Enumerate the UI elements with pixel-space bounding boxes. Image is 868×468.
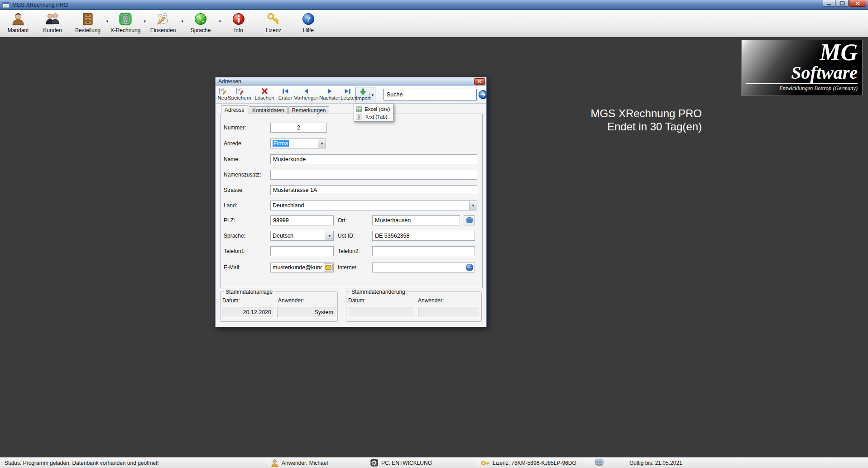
envelope-icon [325, 265, 332, 270]
gueltig-status: Gültig bis: 21.05.2021 [629, 460, 682, 466]
erster-button[interactable]: Erster [277, 87, 293, 102]
loeschen-button[interactable]: Löschen [254, 87, 274, 102]
plz-input[interactable] [270, 215, 334, 225]
menu-item-excel-csv[interactable]: Excel (csv) [355, 105, 393, 113]
ort-input[interactable] [372, 215, 460, 225]
land-select[interactable]: Deutschland ▼ [270, 201, 477, 210]
bestellung-cabinet-icon [81, 12, 95, 26]
speichern-button[interactable]: Speichern [228, 87, 251, 102]
form-row-name: Name: [221, 154, 482, 165]
toolbar-kunden-button[interactable]: Kunden [34, 11, 72, 36]
minimize-button[interactable] [823, 0, 835, 7]
previous-record-icon [293, 87, 319, 95]
anlage-datum-label: Datum: [222, 297, 240, 304]
groupbox-title: Stammdatenänderung [350, 289, 407, 295]
toolbar-sprache-button[interactable]: Sprache ▾ [182, 11, 220, 36]
naechster-button[interactable]: Nächster [319, 87, 340, 102]
tab-kontaktdaten[interactable]: Kontaktdaten [249, 106, 288, 114]
internet-label: Internet: [338, 264, 358, 271]
import-button[interactable]: Import ▼ [355, 87, 375, 102]
toolbar-bestellung-button[interactable]: Bestellung ▾ [69, 11, 107, 36]
aenderung-anwender-label: Anwender: [418, 297, 444, 304]
name-label: Name: [224, 156, 240, 162]
logo-software-text: Software [746, 64, 858, 82]
nummer-input[interactable] [270, 123, 327, 133]
anlage-datum-field: 20.12.2020 [222, 307, 275, 318]
close-button[interactable] [849, 0, 866, 7]
strasse-input[interactable] [270, 185, 477, 195]
last-record-icon [340, 87, 354, 95]
strasse-label: Strasse: [224, 187, 244, 193]
plz-label: PLZ: [224, 217, 235, 224]
ustid-input[interactable] [372, 231, 475, 241]
statusbar-separator [590, 459, 590, 467]
dialog-close-button[interactable] [474, 78, 485, 85]
toolbar-info-button[interactable]: Info [220, 11, 258, 36]
next-record-icon [319, 87, 340, 95]
statusbar: Status: Programm geladen, Datenbank vorh… [0, 457, 868, 468]
email-input[interactable] [271, 264, 324, 271]
gear-icon [370, 459, 378, 468]
loeschen-label: Löschen [254, 95, 274, 100]
toolbar-mandant-button[interactable]: Mandant [0, 11, 37, 36]
toolbar-label: Sprache [182, 27, 220, 33]
aenderung-datum-field [348, 307, 413, 318]
internet-input[interactable] [373, 264, 465, 271]
maximize-button[interactable] [836, 0, 849, 7]
form-row-namenszusatz: Namenszusatz: [221, 170, 482, 181]
telefon1-input[interactable] [270, 246, 334, 256]
window-titlebar: MGS XRechnung PRO [0, 0, 868, 10]
namenszusatz-input[interactable] [270, 170, 477, 180]
dialog-titlebar[interactable]: Adressen [216, 77, 486, 86]
sprache-globe-icon [193, 12, 208, 26]
combo-dropdown-icon[interactable]: ▼ [469, 201, 477, 210]
toolbar-label: Hilfe [289, 27, 327, 33]
combo-dropdown-icon[interactable]: ▼ [318, 139, 326, 148]
combo-dropdown-icon[interactable]: ▼ [326, 231, 333, 240]
statusbar-separator [478, 459, 479, 467]
tab-adresse[interactable]: Adresse [221, 105, 248, 114]
toolbar-hilfe-button[interactable]: ? Hilfe [289, 11, 327, 36]
window-controls [823, 0, 866, 7]
dialog-title: Adressen [218, 78, 241, 85]
einsenden-note-icon [156, 12, 170, 26]
ustid-label: Ust-ID: [338, 233, 355, 239]
internet-globe-button[interactable] [465, 263, 474, 272]
search-input[interactable] [384, 89, 477, 100]
namenszusatz-label: Namenszusatz: [224, 172, 261, 178]
letzter-button[interactable]: Letzter [340, 87, 354, 102]
search-go-button[interactable] [478, 90, 488, 100]
import-arrow-icon [356, 88, 370, 96]
tab-bemerkungen[interactable]: Bemerkungen [288, 106, 330, 114]
telefon1-label: Telefon1: [224, 248, 246, 254]
anrede-label: Anrede: [224, 140, 243, 147]
new-record-icon [217, 87, 228, 95]
form-row-land: Land: Deutschland ▼ [221, 201, 482, 211]
logo-tagline: Entwicklungen Bottrop (Germany) [746, 85, 858, 92]
hilfe-question-icon: ? [301, 12, 316, 26]
vorheriger-label: Vorheriger [293, 95, 319, 100]
ort-lookup-button[interactable] [464, 215, 475, 225]
import-dropdown-caret-icon[interactable]: ▼ [369, 93, 374, 97]
toolbar-einsenden-button[interactable]: Einsenden ▾ [144, 11, 182, 36]
toolbar-xrechnung-button[interactable]: X-Rechnung ▾ [106, 11, 144, 36]
vorheriger-button[interactable]: Vorheriger [293, 87, 319, 102]
toolbar-label: Einsenden [144, 27, 182, 33]
ort-lookup-icon [465, 217, 474, 224]
name-input[interactable] [270, 154, 477, 164]
toolbar-separator [275, 87, 276, 102]
menu-item-text-tab[interactable]: Text (Tab) [355, 113, 393, 120]
toolbar-label: Info [220, 27, 258, 33]
anlage-anwender-label: Anwender: [278, 297, 304, 304]
telefon2-input[interactable] [372, 246, 475, 256]
sprache-select[interactable]: Deutsch ▼ [270, 231, 334, 241]
menu-item-label: Excel (csv) [364, 106, 390, 112]
toolbar-lizenz-button[interactable]: Lizenz [254, 11, 293, 36]
stammdatenaenderung-group: Stammdatenänderung Datum: Anwender: [346, 291, 482, 322]
toolbar-label: X-Rechnung [106, 27, 144, 33]
neu-button[interactable]: Neu [217, 87, 228, 102]
email-compose-button[interactable] [324, 263, 333, 272]
erster-label: Erster [277, 95, 293, 100]
toolbar-label: Lizenz [254, 27, 293, 33]
anrede-select[interactable]: Firma ▼ [270, 138, 326, 148]
